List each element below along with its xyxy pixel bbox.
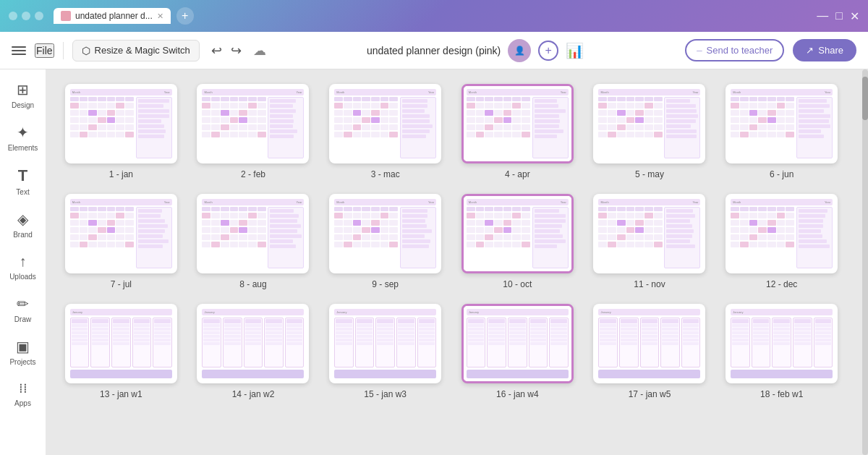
minimize-button[interactable]: —	[817, 9, 828, 23]
sidebar-item-brand[interactable]: ◈ Brand	[3, 205, 43, 244]
page-thumbnail-1[interactable]: Month Year	[65, 84, 177, 163]
page-thumbnail-2[interactable]: Month Year	[197, 84, 309, 163]
scrollbar[interactable]	[862, 69, 868, 455]
page-label-5: 5 - may	[635, 169, 664, 179]
page-thumbnail-17[interactable]: January	[593, 304, 705, 383]
page-item: January	[590, 304, 710, 399]
page-item: Month Year 2 - feb	[193, 84, 314, 179]
scrollbar-thumb[interactable]	[862, 77, 868, 120]
maximize-button[interactable]: □	[835, 9, 843, 23]
file-menu-button[interactable]: File	[35, 43, 54, 58]
page-item: Month Year 9 - sep	[325, 194, 446, 289]
toolbar: File ⬡ Resize & Magic Switch ↩ ↪ ☁ undat…	[0, 32, 868, 69]
page-item: Month Year 8 - aug	[193, 194, 314, 289]
canvas-area[interactable]: Month Year 1 - jan	[46, 69, 868, 455]
page-thumbnail-18[interactable]: January	[726, 304, 838, 383]
sidebar-item-apps[interactable]: ⁞⁞ Apps	[3, 375, 43, 413]
page-label-9: 9 - sep	[372, 279, 399, 289]
share-icon: ↗	[806, 45, 814, 56]
sidebar: ⊞ Design ✦ Elements T Text ◈ Brand ↑ Upl…	[0, 69, 46, 455]
uploads-icon: ↑	[20, 253, 27, 270]
page-label-18: 18 - feb w1	[760, 389, 803, 399]
page-thumbnail-6[interactable]: Month Year	[726, 84, 838, 163]
text-icon: T	[18, 166, 27, 185]
undo-button[interactable]: ↩	[208, 40, 225, 61]
page-item: January	[721, 304, 842, 399]
page-thumbnail-4[interactable]: Month Year	[461, 84, 574, 163]
menu-toggle[interactable]	[12, 46, 26, 55]
tab-title: undated planner d...	[75, 11, 153, 21]
page-thumbnail-12[interactable]: Month Year	[726, 194, 838, 273]
page-thumbnail-7[interactable]: Month Year	[65, 194, 177, 273]
browser-tab[interactable]: undated planner d... ✕	[54, 8, 171, 24]
page-label-14: 14 - jan w2	[232, 389, 275, 399]
page-label-3: 3 - mac	[371, 169, 400, 179]
hamburger-icon	[12, 46, 26, 55]
sidebar-item-label-text: Text	[16, 188, 29, 196]
page-label-6: 6 - jun	[770, 169, 793, 179]
browser-dots	[9, 12, 43, 20]
resize-icon: ⬡	[82, 45, 90, 56]
page-label-13: 13 - jan w1	[100, 389, 142, 399]
page-label-7: 7 - jul	[111, 279, 132, 289]
page-item: January	[193, 304, 314, 399]
page-label-1: 1 - jan	[109, 169, 133, 179]
page-label-10: 10 - oct	[503, 279, 532, 289]
sidebar-item-projects[interactable]: ▣ Projects	[3, 332, 43, 372]
share-button[interactable]: ↗ Share	[793, 39, 856, 61]
page-item: Month Year 4 - apr	[457, 84, 578, 179]
page-label-4: 4 - apr	[505, 169, 530, 179]
sidebar-item-draw[interactable]: ✏ Draw	[3, 289, 43, 329]
cloud-save-icon: ☁	[253, 43, 266, 59]
page-thumbnail-13[interactable]: January	[65, 304, 177, 383]
resize-magic-switch-button[interactable]: ⬡ Resize & Magic Switch	[72, 40, 200, 61]
user-avatar[interactable]: 👤	[508, 39, 531, 62]
page-thumbnail-11[interactable]: Month Year	[593, 194, 705, 273]
sidebar-item-label-brand: Brand	[13, 231, 33, 239]
tab-favicon	[61, 11, 71, 21]
apps-icon: ⁞⁞	[19, 380, 27, 396]
page-item: Month Year 11 - no	[590, 194, 710, 289]
redo-button[interactable]: ↪	[228, 40, 244, 61]
page-item: Month Year 5 - may	[590, 84, 710, 179]
sidebar-item-design[interactable]: ⊞ Design	[3, 75, 43, 115]
page-thumbnail-15[interactable]: January	[329, 304, 441, 383]
page-label-12: 12 - dec	[766, 279, 797, 289]
page-thumbnail-3[interactable]: Month Year	[329, 84, 441, 163]
page-item: January	[457, 304, 578, 399]
page-label-11: 11 - nov	[634, 279, 665, 289]
elements-icon: ✦	[17, 124, 29, 141]
page-item: Month Year 1 - jan	[61, 84, 182, 179]
stats-icon[interactable]: 📊	[566, 42, 584, 59]
send-to-teacher-button[interactable]: ⏤ Send to teacher	[685, 39, 785, 61]
sidebar-item-label-uploads: Uploads	[9, 273, 36, 281]
sidebar-item-elements[interactable]: ✦ Elements	[3, 118, 43, 158]
sidebar-item-uploads[interactable]: ↑ Uploads	[3, 247, 43, 286]
page-thumbnail-9[interactable]: Month Year	[329, 194, 441, 273]
page-thumbnail-16[interactable]: January	[461, 304, 574, 383]
document-title: undated planner design (pink)	[367, 45, 501, 56]
page-thumbnail-5[interactable]: Month Year	[593, 84, 705, 163]
page-thumbnail-14[interactable]: January	[197, 304, 309, 383]
add-collaborator-button[interactable]: +	[538, 41, 558, 61]
sidebar-item-text[interactable]: T Text	[3, 161, 43, 202]
new-tab-button[interactable]: +	[176, 7, 194, 25]
page-label-8: 8 - aug	[239, 279, 266, 289]
page-item: Month Year 7 - jul	[61, 194, 182, 289]
page-thumbnail-10[interactable]: Month Year	[461, 194, 574, 273]
close-button[interactable]: ✕	[850, 9, 859, 23]
tab-close-button[interactable]: ✕	[157, 12, 163, 21]
page-thumbnail-8[interactable]: Month Year	[197, 194, 309, 273]
draw-icon: ✏	[17, 295, 29, 312]
window-controls: — □ ✕	[817, 9, 859, 23]
send-teacher-label: Send to teacher	[707, 45, 773, 56]
send-teacher-icon: ⏤	[697, 45, 702, 56]
projects-icon: ▣	[16, 338, 30, 355]
page-label-16: 16 - jan w4	[496, 389, 539, 399]
share-label: Share	[818, 45, 843, 56]
page-label-17: 17 - jan w5	[629, 389, 671, 399]
page-label-2: 2 - feb	[241, 169, 265, 179]
design-icon: ⊞	[17, 81, 29, 98]
page-item: Month Year 3 - mac	[325, 84, 446, 179]
sidebar-item-label-draw: Draw	[14, 315, 31, 323]
